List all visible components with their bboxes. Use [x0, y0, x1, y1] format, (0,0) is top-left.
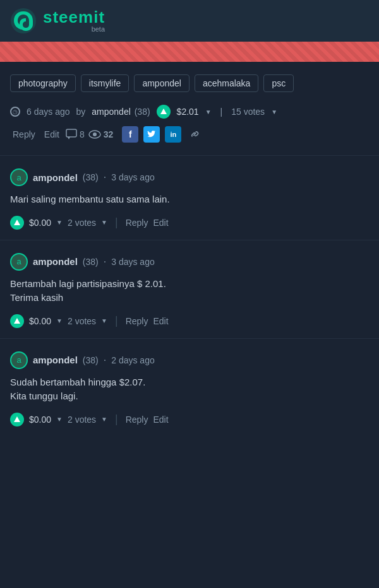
tag-photography[interactable]: photography: [10, 74, 76, 92]
svg-marker-6: [14, 220, 20, 225]
comment-payout-chevron-2[interactable]: ▼: [56, 416, 63, 423]
comments-count: 8: [80, 129, 85, 139]
comment-dot-0: ·: [104, 172, 106, 183]
promo-banner: [0, 42, 379, 62]
svg-marker-7: [14, 318, 20, 324]
comment-votes-chevron-1[interactable]: ▼: [101, 317, 107, 324]
comment-time-2: 2 days ago: [111, 355, 155, 365]
tag-acehmalaka[interactable]: acehmalaka: [195, 74, 259, 92]
tag-psc[interactable]: psc: [263, 74, 294, 92]
comment-rep-1: (38): [83, 257, 99, 267]
comment-avatar-0: a: [10, 168, 28, 186]
comment-actions-0: $0.00 ▼ 2 votes ▼ | Reply Edit: [10, 216, 369, 230]
comment-block-1: a ampondel (38) · 3 days ago Bertambah l…: [0, 240, 379, 338]
comment-edit-button-1[interactable]: Edit: [153, 316, 168, 326]
comment-votes-chevron-2[interactable]: ▼: [101, 416, 107, 423]
comment-author-1[interactable]: ampondel: [33, 256, 78, 267]
payout-chevron-icon[interactable]: ▼: [205, 109, 212, 115]
logo-beta: beta: [43, 25, 105, 33]
comment-author-0[interactable]: ampondel: [33, 172, 78, 183]
comment-upvote-icon-1: [13, 317, 21, 325]
header: steemit beta: [0, 0, 379, 42]
comment-votes-2: 2 votes: [68, 415, 96, 425]
comment-edit-button-0[interactable]: Edit: [153, 218, 168, 228]
comment-header-1: a ampondel (38) · 3 days ago: [10, 253, 369, 271]
svg-marker-1: [160, 109, 167, 114]
comment-payout-chevron-0[interactable]: ▼: [56, 219, 63, 226]
svg-marker-8: [14, 416, 20, 422]
twitter-share-button[interactable]: [143, 126, 160, 143]
reply-button[interactable]: Reply: [10, 128, 38, 141]
comment-payout-chevron-1[interactable]: ▼: [56, 317, 63, 324]
tag-itsmylife[interactable]: itsmylife: [81, 74, 129, 92]
social-share-group: f in: [122, 126, 203, 143]
upvote-icon: [160, 108, 167, 115]
comment-sep-0: |: [115, 216, 118, 229]
comment-rep-0: (38): [83, 172, 99, 182]
comment-header-0: a ampondel (38) · 3 days ago: [10, 168, 369, 186]
comment-time-1: 3 days ago: [111, 257, 155, 267]
comment-block-2: a ampondel (38) · 2 days ago Sudah berta…: [0, 338, 379, 437]
twitter-icon: [147, 131, 156, 138]
copy-link-button[interactable]: [186, 126, 203, 143]
comment-reply-button-1[interactable]: Reply: [126, 316, 148, 326]
comment-author-2[interactable]: ampondel: [33, 355, 78, 365]
tag-ampondel[interactable]: ampondel: [134, 74, 190, 92]
post-meta-row: ◷ 6 days ago by ampondel (38) $2.01 ▼ | …: [10, 105, 369, 119]
comment-body-0: Mari saling membantu satu sama lain.: [10, 192, 369, 207]
main-content: photography itsmylife ampondel acehmalak…: [0, 62, 379, 155]
post-payout: $2.01: [177, 107, 199, 117]
svg-marker-3: [68, 137, 70, 139]
logo-name: steemit: [43, 9, 105, 25]
by-label: by: [76, 107, 86, 117]
comment-body-2: Sudah bertambah hingga $2.07.Kita tunggu…: [10, 375, 369, 404]
comment-block-0: a ampondel (38) · 3 days ago Mari saling…: [0, 155, 379, 240]
comment-header-2: a ampondel (38) · 2 days ago: [10, 351, 369, 369]
svg-point-5: [93, 132, 97, 136]
clock-icon: ◷: [10, 107, 20, 117]
edit-button[interactable]: Edit: [42, 128, 62, 141]
meta-separator: |: [220, 107, 223, 117]
comment-upvote-0[interactable]: [10, 216, 24, 230]
comment-sep-1: |: [115, 314, 118, 327]
views-count-wrap: 32: [88, 129, 114, 139]
comment-dot-2: ·: [104, 355, 106, 366]
comment-avatar-2: a: [10, 351, 28, 369]
comments-count-wrap: 8: [66, 129, 85, 140]
comment-sep-2: |: [115, 413, 118, 426]
views-count: 32: [104, 129, 114, 139]
link-icon: [190, 129, 200, 139]
linkedin-share-button[interactable]: in: [165, 126, 181, 143]
comment-body-1: Bertambah lagi partisipasinya $ 2.01.Ter…: [10, 277, 369, 305]
upvote-button[interactable]: [157, 105, 171, 119]
comment-actions-2: $0.00 ▼ 2 votes ▼ | Reply Edit: [10, 413, 369, 426]
comment-votes-chevron-0[interactable]: ▼: [101, 219, 107, 226]
comment-rep-2: (38): [83, 355, 99, 365]
svg-rect-2: [66, 129, 76, 137]
votes-count: 15 votes: [231, 107, 265, 117]
comment-actions-1: $0.00 ▼ 2 votes ▼ | Reply Edit: [10, 314, 369, 328]
comment-edit-button-2[interactable]: Edit: [153, 415, 168, 425]
comment-upvote-1[interactable]: [10, 314, 24, 328]
eye-icon: [88, 130, 101, 139]
comment-votes-1: 2 votes: [68, 316, 96, 326]
facebook-share-button[interactable]: f: [122, 126, 138, 143]
comment-votes-0: 2 votes: [68, 218, 96, 228]
comment-payout-0: $0.00: [29, 218, 51, 228]
post-author[interactable]: ampondel (38): [92, 107, 150, 117]
comment-dot-1: ·: [104, 256, 106, 268]
votes-chevron-icon[interactable]: ▼: [271, 109, 277, 115]
logo-text: steemit beta: [43, 9, 105, 33]
tags-row: photography itsmylife ampondel acehmalak…: [10, 74, 369, 92]
comment-upvote-2[interactable]: [10, 413, 24, 426]
comment-reply-button-2[interactable]: Reply: [126, 415, 148, 425]
comment-upvote-icon-0: [13, 219, 21, 226]
steemit-logo-icon: [10, 8, 37, 34]
comment-upvote-icon-2: [13, 416, 21, 423]
comment-avatar-1: a: [10, 253, 28, 271]
comment-reply-button-0[interactable]: Reply: [126, 218, 148, 228]
comment-payout-1: $0.00: [29, 316, 51, 326]
comments-icon: [66, 129, 77, 140]
comment-payout-2: $0.00: [29, 415, 51, 425]
post-time: 6 days ago: [27, 107, 70, 117]
